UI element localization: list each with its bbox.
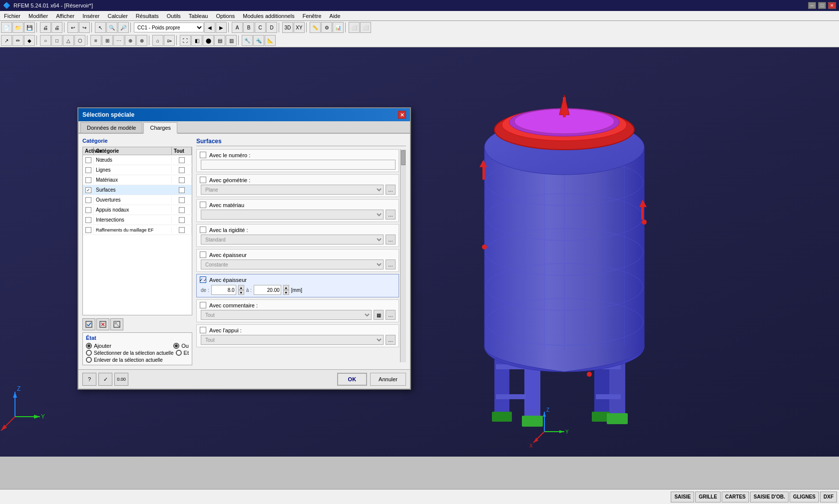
tb2-12[interactable]: ⊗ [136,35,147,46]
check-intersections-activer[interactable] [85,217,91,223]
range-from-spin[interactable]: ▲ ▼ [238,285,244,295]
tb-print2[interactable]: 🖨 [51,22,62,33]
tb2-17[interactable]: ⬤ [203,35,214,46]
btn-rigidite-detail[interactable]: … [386,235,396,245]
cat-row-noeuds[interactable]: Nœuds [83,155,192,165]
tb-measure[interactable]: 📏 [310,22,321,33]
range-from-input[interactable] [211,285,236,295]
check-avec-rigidite[interactable] [200,227,206,233]
radio-ajouter[interactable] [86,343,92,349]
range-to-spin[interactable]: ▲ ▼ [283,285,289,295]
maximize-button[interactable]: □ [818,2,826,9]
btn-commentaire-2[interactable]: … [386,310,396,320]
menu-options[interactable]: Options [214,12,237,19]
tb2-6[interactable]: △ [63,35,74,46]
spin-from-up[interactable]: ▲ [238,285,244,290]
check-lignes-activer[interactable] [85,167,91,173]
tb-extra-2[interactable]: ⬜ [360,22,371,33]
help-button[interactable]: ? [82,373,96,386]
check-surfaces-tout[interactable] [179,187,185,193]
tb2-10[interactable]: ⋯ [113,35,124,46]
cat-row-appuis-nodaux[interactable]: Appuis nodaux [83,205,192,215]
btn-epaisseur-1-detail[interactable]: … [386,259,396,269]
spin-to-down[interactable]: ▼ [283,290,289,295]
tb-zoom-in[interactable]: 🔍 [106,22,117,33]
check-avec-commentaire[interactable] [200,302,206,308]
status-dxf[interactable]: DXF [820,492,837,503]
check-noeuds-activer[interactable] [85,157,91,163]
status-glignes[interactable]: GLIGNES [790,492,819,503]
btn-geometrie-detail[interactable]: … [386,185,396,195]
btn-appui-detail[interactable]: … [386,335,396,345]
cat-row-lignes[interactable]: Lignes [83,165,192,175]
tb2-9[interactable]: ⊞ [102,35,113,46]
tb-graph[interactable]: 📊 [333,22,344,33]
cat-row-raffinements[interactable]: Raffinements du maillage EF [83,225,192,235]
tb2-21[interactable]: 🔩 [253,35,264,46]
check-intersections-tout[interactable] [179,217,185,223]
tab-charges[interactable]: Charges [143,122,177,134]
tb-save[interactable]: 💾 [24,22,35,33]
tb2-16[interactable]: ◧ [191,35,202,46]
check-ouvertures-activer[interactable] [85,197,91,203]
cancel-button[interactable]: Annuler [370,373,406,386]
tb2-15[interactable]: ⛶ [180,35,191,46]
select-all-btn[interactable] [82,318,95,330]
tb-redo[interactable]: ↪ [79,22,90,33]
check-avec-numero[interactable] [200,152,206,158]
combo-rigidite[interactable]: Standard [201,235,384,245]
tb-select[interactable]: ↖ [95,22,106,33]
tb2-5[interactable]: □ [51,35,62,46]
tb-new[interactable]: 📄 [1,22,12,33]
btn-materiau-detail[interactable]: … [386,210,396,220]
tb-nav-next[interactable]: ▶ [216,22,227,33]
ok-button[interactable]: OK [337,373,368,386]
check-materiaux-tout[interactable] [179,177,185,183]
tb-extra-1[interactable]: ⬜ [349,22,360,33]
menu-fenetre[interactable]: Fenêtre [301,12,324,19]
clear-all-btn[interactable] [96,318,109,330]
range-to-input[interactable] [254,285,281,295]
tb2-18[interactable]: ▤ [214,35,225,46]
tb-zoom-out[interactable]: 🔎 [118,22,129,33]
tb-open[interactable]: 📁 [12,22,23,33]
check-materiaux-activer[interactable] [85,177,91,183]
cat-row-ouvertures[interactable]: Ouvertures [83,195,192,205]
tb2-4[interactable]: ○ [40,35,51,46]
dialog-close-button[interactable]: ✕ [398,111,406,119]
tb2-7[interactable]: ⬡ [74,35,85,46]
tb-btn-b[interactable]: B [243,22,254,33]
radio-enlever[interactable] [86,357,92,363]
scrollbar-thumb[interactable] [401,150,406,165]
tb2-22[interactable]: 📐 [265,35,276,46]
spin-to-up[interactable]: ▲ [283,285,289,290]
check-raffinements-activer[interactable] [85,227,91,233]
menu-outils[interactable]: Outils [165,12,183,19]
combo-geometrie[interactable]: Plane [201,185,384,195]
check-appuis-activer[interactable] [85,207,91,213]
menu-modifier[interactable]: Modifier [26,12,50,19]
check-noeuds-tout[interactable] [179,157,185,163]
tb2-3[interactable]: ◆ [24,35,35,46]
radio-ou[interactable] [173,343,179,349]
combo-appui[interactable]: Tout [201,335,384,345]
check-avec-epaisseur-1[interactable] [200,252,206,258]
status-grille[interactable]: GRILLE [695,492,721,503]
menu-tableau[interactable]: Tableau [187,12,210,19]
check-raffinements-tout[interactable] [179,227,185,233]
btn-commentaire-1[interactable]: ▦ [374,310,384,320]
check-avec-materiau[interactable] [200,202,206,208]
spin-from-down[interactable]: ▼ [238,290,244,295]
check-appuis-tout[interactable] [179,207,185,213]
tb2-14[interactable]: ⌲ [164,35,175,46]
tb2-13[interactable]: ⌂ [152,35,163,46]
cat-row-intersections[interactable]: Intersections [83,215,192,225]
combo-commentaire[interactable]: Tout [201,310,372,320]
check-avec-appui[interactable] [200,327,206,333]
status-saisie-ob[interactable]: SAISIE D'OB. [750,492,789,503]
check-avec-epaisseur-2[interactable]: ✓ [200,276,206,283]
menu-afficher[interactable]: Afficher [54,12,76,19]
check-ouvertures-tout[interactable] [179,197,185,203]
right-panel-scrollbar[interactable] [400,149,406,362]
tb2-2[interactable]: ✏ [12,35,23,46]
